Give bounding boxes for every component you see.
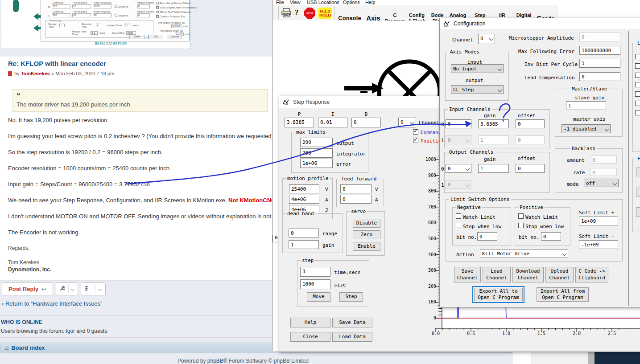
max-integrator-field[interactable]: 200 bbox=[300, 148, 333, 158]
accel-field[interactable]: 4e+06 bbox=[289, 195, 319, 204]
backlash-rate-field[interactable]: 0 bbox=[590, 168, 617, 176]
backlash-amount-field[interactable]: 0 bbox=[590, 155, 617, 164]
download-channel-button[interactable]: Download Channel bbox=[512, 267, 544, 282]
mini-degrees-checkbox[interactable] bbox=[115, 5, 117, 8]
mini-ok-button[interactable]: OK bbox=[148, 35, 163, 39]
right-panel-checkbox[interactable] bbox=[635, 82, 640, 87]
right-panel-checkbox[interactable] bbox=[635, 73, 640, 78]
author-link[interactable]: TomKerekes bbox=[21, 71, 50, 76]
output-ch0-dropdown[interactable]: 0 bbox=[446, 164, 471, 173]
mini-field[interactable]: 10 bbox=[72, 13, 91, 17]
mini-field[interactable]: 100 bbox=[52, 13, 70, 17]
right-panel-checkbox[interactable] bbox=[635, 110, 640, 115]
flash-new-button[interactable]: N bbox=[636, 187, 640, 196]
i-gain-field[interactable]: 0.01 bbox=[318, 118, 347, 127]
channel-dropdown[interactable]: 0 bbox=[398, 118, 416, 127]
lead-comp-field[interactable]: 0 bbox=[579, 72, 620, 81]
mini-field[interactable]: 0.1 bbox=[124, 24, 131, 27]
mini-option-checkbox[interactable] bbox=[156, 15, 159, 18]
servo-zero-button[interactable]: Zero bbox=[353, 230, 380, 239]
microstepper-field[interactable]: 0 bbox=[579, 33, 620, 41]
sort-button[interactable] bbox=[81, 282, 106, 295]
negative-bit-field[interactable]: 0 bbox=[477, 232, 497, 241]
mini-option-checkbox[interactable] bbox=[156, 2, 159, 4]
soft-limit-plus-field[interactable]: 1e+09 bbox=[579, 217, 618, 225]
close-button[interactable]: Close bbox=[290, 332, 330, 342]
mini-field[interactable]: 1000 bbox=[93, 4, 111, 8]
configuration-titlebar[interactable]: DM Configuration bbox=[440, 18, 640, 29]
mini-field[interactable]: 0.1 bbox=[91, 31, 98, 35]
import-all-button[interactable]: Import All from Open C Program bbox=[537, 287, 589, 302]
negative-stop-when-low-checkbox[interactable] bbox=[456, 223, 461, 228]
p-gain-field[interactable]: 3.8385 bbox=[285, 118, 314, 127]
mini-option-checkbox[interactable] bbox=[156, 11, 159, 13]
save-channel-button[interactable]: Save Channel bbox=[454, 267, 481, 282]
mini-field[interactable]: 4000 bbox=[126, 31, 136, 35]
mini-field[interactable]: 10 bbox=[93, 13, 111, 17]
negative-watch-limit-checkbox[interactable] bbox=[456, 213, 461, 219]
deadband-range-field[interactable]: 0 bbox=[289, 229, 319, 237]
menu-item-view[interactable]: View bbox=[290, 0, 301, 5]
step-button[interactable]: Step bbox=[339, 292, 363, 302]
return-link[interactable]: ‹ Return to “Hardware Interface Issues” bbox=[2, 300, 102, 307]
print-button[interactable] bbox=[281, 8, 292, 18]
right-panel-checkbox[interactable] bbox=[635, 91, 640, 97]
command-checkbox[interactable] bbox=[413, 129, 418, 135]
right-panel-checkbox[interactable] bbox=[635, 54, 640, 59]
mini-degrees-checkbox[interactable] bbox=[115, 14, 117, 16]
stop-button[interactable]: STOP bbox=[304, 8, 315, 19]
flash-extra-button[interactable] bbox=[636, 207, 640, 217]
positive-stop-when-low-checkbox[interactable] bbox=[518, 223, 524, 228]
backlash-mode-dropdown[interactable]: off bbox=[584, 179, 619, 187]
load-data-button[interactable]: Load Data bbox=[332, 332, 372, 342]
input-ch1-gain-field[interactable]: 1 bbox=[478, 135, 509, 144]
menu-item-help[interactable]: Help bbox=[365, 0, 376, 5]
mini-option-checkbox[interactable] bbox=[156, 6, 159, 9]
ff-accel-field[interactable]: 0 bbox=[340, 195, 372, 204]
right-panel-checkbox[interactable] bbox=[635, 63, 640, 69]
mini-field[interactable]: 1 bbox=[59, 24, 65, 27]
slave-gain-field[interactable]: 1 bbox=[566, 101, 606, 110]
menu-item-file[interactable]: File bbox=[276, 0, 284, 5]
mini-field[interactable]: 0 bbox=[137, 13, 150, 17]
position-checkbox[interactable] bbox=[413, 138, 418, 143]
export-all-button[interactable]: Export All to Open C Program bbox=[474, 288, 523, 301]
attachment-image[interactable]: Cnts/deg Vel deg/sec Accel deg/sec2 Radi… bbox=[1, 0, 191, 49]
output-ch0-gain-field[interactable]: 1 bbox=[478, 164, 509, 173]
input-ch1-offset-field[interactable]: 0 bbox=[516, 135, 545, 144]
topic-tools-button[interactable] bbox=[56, 282, 78, 295]
max-error-field[interactable]: 1e+06 bbox=[300, 159, 333, 168]
axis-output-dropdown[interactable]: CL Step bbox=[451, 85, 504, 94]
upload-channel-button[interactable]: Upload Channel bbox=[545, 267, 574, 282]
mini-save-button[interactable]: Save bbox=[129, 35, 145, 39]
input-ch0-gain-field[interactable]: 3.8385 bbox=[478, 119, 509, 128]
deadband-gain-field[interactable]: 1 bbox=[289, 240, 319, 249]
ccode-clipboard-button[interactable]: C Code -> Clipboard bbox=[575, 267, 608, 282]
phpbb-link[interactable]: phpBB® bbox=[207, 358, 227, 364]
input-ch0-dropdown[interactable]: 0 bbox=[446, 119, 471, 128]
output-ch0-offset-field[interactable]: 0 bbox=[516, 164, 545, 173]
right-panel-checkbox[interactable] bbox=[635, 101, 640, 106]
help-button[interactable]: Help bbox=[290, 318, 330, 327]
load-channel-button[interactable]: Load Channel bbox=[483, 267, 511, 282]
action-dropdown[interactable]: Kill Motor Drive bbox=[480, 249, 568, 258]
input-ch1-dropdown[interactable]: 0 bbox=[446, 135, 471, 144]
help-button[interactable]: ? bbox=[295, 8, 299, 17]
menu-item-usb-locations[interactable]: USB Locations bbox=[307, 0, 339, 5]
menu-item-options[interactable]: Options bbox=[343, 0, 360, 5]
d-gain-field[interactable]: 0 bbox=[351, 118, 381, 127]
flash-upload-button[interactable]: U bbox=[636, 168, 640, 177]
positive-bit-field[interactable]: 0 bbox=[541, 232, 561, 241]
servo-disable-button[interactable]: Disable bbox=[353, 219, 380, 228]
max-following-error-field[interactable]: 1000000000 bbox=[579, 46, 620, 55]
mini-field[interactable]: 128 bbox=[52, 4, 70, 8]
inv-dist-field[interactable]: 1 bbox=[579, 59, 620, 68]
step-time-field[interactable]: 3 bbox=[300, 267, 330, 277]
mini-cancel-button[interactable]: Cancel bbox=[167, 35, 182, 39]
output-ch1-dropdown[interactable]: 0 bbox=[446, 180, 471, 189]
step-size-field[interactable]: 1000 bbox=[300, 279, 330, 289]
master-axis-dropdown[interactable]: -1 disabled bbox=[562, 124, 611, 133]
velocity-field[interactable]: 25400 bbox=[289, 184, 319, 193]
mini-field[interactable]: 0 bbox=[137, 4, 150, 8]
save-data-button[interactable]: Save Data bbox=[332, 318, 372, 327]
